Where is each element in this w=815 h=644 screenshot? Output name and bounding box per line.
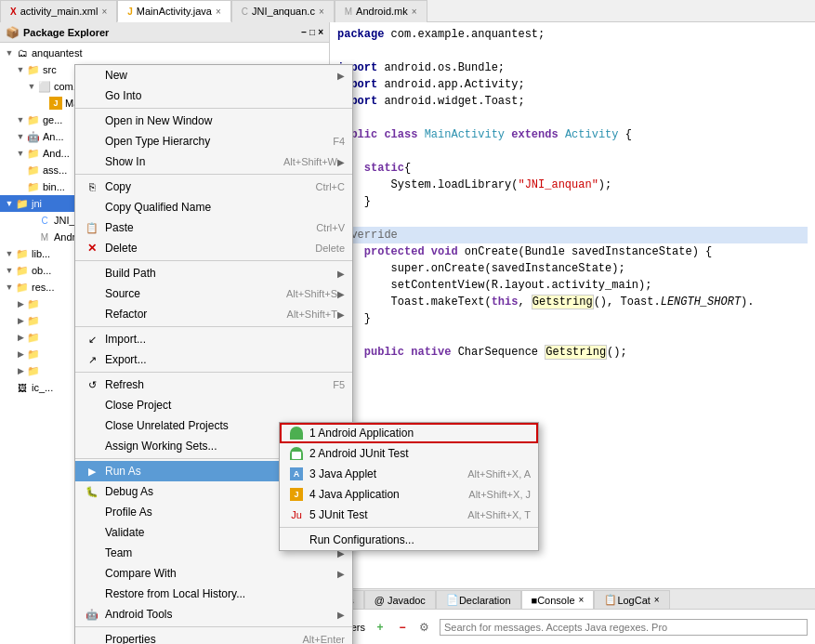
code-line-super: super.onCreate(savedInstanceState); (337, 260, 808, 277)
menu-item-open-new-window[interactable]: Open in New Window (75, 111, 352, 131)
tree-label-obj: ob... (32, 265, 51, 276)
code-line-blank3 (337, 143, 808, 160)
panel-title-bar: 📦 Package Explorer − □ × (0, 22, 329, 43)
maximize-icon[interactable]: □ (309, 27, 315, 37)
ic-file-icon: 🖼 (15, 380, 30, 395)
bottom-tab-declaration[interactable]: 📄 Declaration (436, 590, 521, 609)
menu-item-properties[interactable]: Properties Alt+Enter (75, 629, 352, 644)
debug-as-icon: 🐛 (83, 486, 101, 498)
tab-close-icon[interactable]: × (101, 7, 107, 17)
code-line-native: public native CharSequence Getstring(); (337, 344, 808, 361)
android-junit-icon (287, 447, 306, 460)
menu-item-copy[interactable]: ⎘ Copy Ctrl+C (75, 177, 352, 197)
menu-item-gointo[interactable]: Go Into (75, 85, 352, 106)
console-search-input[interactable] (440, 619, 808, 636)
code-line-static: static{ (337, 160, 808, 177)
tree-label-anquantest: anquantest (32, 47, 82, 59)
code-line-blank4 (337, 210, 808, 227)
xml-file-icon: X (10, 7, 17, 17)
menu-item-new[interactable]: New ▶ (75, 65, 352, 85)
folder-icon-libs: 📁 (15, 246, 30, 261)
menu-item-export[interactable]: ↗ Export... (75, 349, 352, 370)
refresh-icon: ↺ (83, 379, 101, 391)
submenu-java-applet[interactable]: A 3 Java Applet Alt+Shift+X, A (280, 464, 538, 484)
code-line-blank5 (337, 327, 808, 344)
folder-icon-res1: 📁 (26, 296, 41, 311)
sep4 (75, 326, 352, 327)
export-icon: ↗ (83, 354, 101, 366)
menu-item-paste[interactable]: 📋 Paste Ctrl+V (75, 217, 352, 238)
filter-add-button[interactable]: + (373, 620, 388, 635)
code-line-import1: import android.os.Bundle; (337, 59, 808, 76)
tab-activity-main-xml[interactable]: X activity_main.xml × (0, 0, 117, 22)
folder-icon-res5: 📁 (26, 363, 41, 378)
sep7 (75, 626, 352, 627)
submenu-junit-test[interactable]: Ju 5 JUnit Test Alt+Shift+X, T (280, 505, 538, 525)
bottom-bar: ms @ Javadoc 📄 Declaration ■ Console × 📋… (330, 588, 815, 644)
tab-android-mk[interactable]: M Android.mk × (335, 0, 427, 22)
menu-item-refresh[interactable]: ↺ Refresh F5 (75, 375, 352, 395)
tree-label-android2: And... (43, 148, 70, 159)
menu-item-android-tools[interactable]: 🤖 Android Tools ▶ (75, 604, 352, 624)
delete-icon: ✕ (83, 242, 101, 255)
minimize-icon[interactable]: − (301, 27, 307, 37)
code-line-blank2 (337, 110, 808, 126)
tree-arrow-android2: ▼ (15, 149, 26, 158)
bottom-tab-console[interactable]: ■ Console × (521, 590, 595, 609)
menu-item-open-type-hierarchy[interactable]: Open Type Hierarchy F4 (75, 131, 352, 151)
folder-icon-gen: 📁 (26, 112, 41, 127)
code-line-import2: import android.app.Activity; (337, 76, 808, 93)
bottom-tab-logcat[interactable]: 📋 LogCat × (594, 590, 669, 609)
logcat-close-icon[interactable]: × (654, 595, 660, 605)
menu-item-compare-with[interactable]: Compare With ▶ (75, 563, 352, 584)
code-line-import3: import android.widget.Toast; (337, 93, 808, 110)
package-explorer-icon: 📦 (6, 26, 20, 39)
folder-icon-res3: 📁 (26, 330, 41, 345)
import-icon: ↙ (83, 334, 101, 346)
tree-arrow-res3: ▶ (15, 333, 26, 342)
menu-item-import[interactable]: ↙ Import... (75, 329, 352, 349)
submenu-android-junit[interactable]: 2 Android JUnit Test (280, 443, 538, 464)
menu-item-close-project[interactable]: Close Project (75, 395, 352, 415)
tree-arrow-anquantest: ▼ (4, 48, 15, 58)
menu-item-delete[interactable]: ✕ Delete Delete (75, 238, 352, 258)
menu-item-show-in[interactable]: Show In Alt+Shift+W ▶ (75, 151, 352, 172)
context-menu: New ▶ Go Into Open in New Window Open Ty… (74, 64, 353, 644)
c-file-icon-tree: C (37, 213, 52, 228)
copy-icon: ⎘ (83, 181, 101, 192)
tree-label-gen: ge... (43, 114, 62, 125)
code-line-toast: Toast.makeText(this, Getstring(), Toast.… (337, 294, 808, 310)
tree-arrow-src: ▼ (15, 65, 26, 74)
mk-file-icon: M (345, 7, 352, 17)
tab-close-icon-2[interactable]: × (216, 7, 221, 17)
tree-arrow-res4: ▶ (15, 349, 26, 359)
filter-remove-button[interactable]: − (395, 620, 410, 635)
bottom-tab-javadoc[interactable]: @ Javadoc (364, 590, 436, 609)
code-line-oncreate: protected void onCreate(Bundle savedInst… (337, 243, 808, 260)
tree-arrow-jni: ▼ (4, 199, 15, 208)
submenu-java-application[interactable]: J 4 Java Application Alt+Shift+X, J (280, 484, 538, 505)
tree-label-bin: bin... (43, 181, 65, 192)
paste-icon: 📋 (83, 222, 101, 234)
submenu-android-app[interactable]: 1 Android Application (280, 423, 538, 443)
tab-jni-anquan-c[interactable]: C JNI_anquan.c × (231, 0, 335, 22)
console-close-icon[interactable]: × (579, 595, 585, 605)
filter-config-button[interactable]: ⚙ (417, 620, 432, 635)
android-tree-icon: 🤖 (26, 129, 41, 144)
tab-mainactivity-java[interactable]: J MainActivity.java × (117, 0, 231, 22)
menu-item-copy-qualified[interactable]: Copy Qualified Name (75, 197, 352, 217)
tab-close-icon-4[interactable]: × (412, 7, 417, 17)
folder-icon-res: 📁 (15, 280, 30, 295)
tree-item-anquantest[interactable]: ▼ 🗂 anquantest (0, 45, 329, 61)
menu-item-refactor[interactable]: Refactor Alt+Shift+T ▶ (75, 304, 352, 324)
menu-item-restore-local[interactable]: Restore from Local History... (75, 584, 352, 604)
folder-icon-src: 📁 (26, 62, 41, 77)
tree-arrow-android: ▼ (15, 132, 26, 141)
project-icon: 🗂 (15, 46, 30, 60)
menu-item-source[interactable]: Source Alt+Shift+S ▶ (75, 283, 352, 304)
submenu-run-configs[interactable]: Run Configurations... (280, 530, 538, 550)
tab-close-icon-3[interactable]: × (319, 7, 324, 17)
tree-label-src: src (43, 64, 57, 75)
close-panel-icon[interactable]: × (318, 27, 323, 37)
menu-item-build-path[interactable]: Build Path ▶ (75, 263, 352, 283)
